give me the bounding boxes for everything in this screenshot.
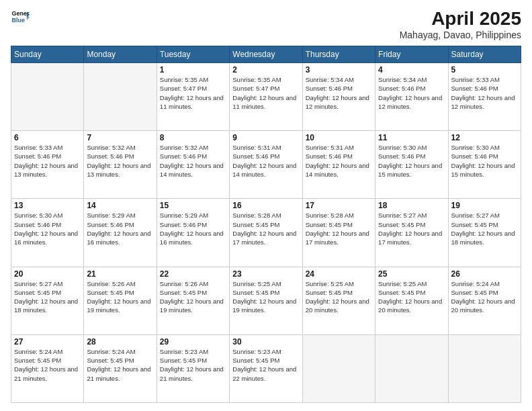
- calendar-cell: 12Sunrise: 5:30 AM Sunset: 5:46 PM Dayli…: [448, 131, 521, 199]
- day-number: 25: [378, 269, 445, 279]
- day-number: 16: [232, 201, 299, 210]
- calendar-cell: 7Sunrise: 5:32 AM Sunset: 5:46 PM Daylig…: [84, 131, 157, 199]
- calendar-cell: [302, 334, 375, 402]
- day-number: 12: [451, 133, 518, 142]
- day-info: Sunrise: 5:29 AM Sunset: 5:46 PM Dayligh…: [160, 211, 226, 246]
- calendar-cell: 25Sunrise: 5:25 AM Sunset: 5:45 PM Dayli…: [375, 267, 448, 334]
- day-info: Sunrise: 5:27 AM Sunset: 5:45 PM Dayligh…: [451, 211, 518, 246]
- weekday-header-row: SundayMondayTuesdayWednesdayThursdayFrid…: [11, 46, 521, 63]
- calendar-week-1: 1Sunrise: 5:35 AM Sunset: 5:47 PM Daylig…: [11, 63, 521, 131]
- day-number: 20: [14, 269, 81, 279]
- day-number: 11: [378, 133, 445, 142]
- day-info: Sunrise: 5:24 AM Sunset: 5:45 PM Dayligh…: [87, 347, 153, 383]
- day-info: Sunrise: 5:26 AM Sunset: 5:45 PM Dayligh…: [87, 279, 153, 315]
- day-info: Sunrise: 5:31 AM Sunset: 5:46 PM Dayligh…: [232, 143, 299, 179]
- calendar-cell: 30Sunrise: 5:23 AM Sunset: 5:45 PM Dayli…: [230, 334, 302, 402]
- day-info: Sunrise: 5:28 AM Sunset: 5:45 PM Dayligh…: [306, 211, 372, 246]
- calendar-week-4: 20Sunrise: 5:27 AM Sunset: 5:45 PM Dayli…: [11, 267, 521, 334]
- day-info: Sunrise: 5:31 AM Sunset: 5:46 PM Dayligh…: [306, 143, 372, 179]
- calendar-week-5: 27Sunrise: 5:24 AM Sunset: 5:45 PM Dayli…: [11, 334, 521, 402]
- calendar-cell: [375, 334, 448, 402]
- calendar-table: SundayMondayTuesdayWednesdayThursdayFrid…: [11, 46, 521, 403]
- day-number: 13: [14, 201, 81, 210]
- calendar-title: April 2025: [400, 8, 521, 30]
- day-number: 17: [306, 201, 372, 210]
- calendar-cell: 14Sunrise: 5:29 AM Sunset: 5:46 PM Dayli…: [84, 199, 157, 267]
- day-info: Sunrise: 5:25 AM Sunset: 5:45 PM Dayligh…: [232, 279, 299, 315]
- calendar-cell: 27Sunrise: 5:24 AM Sunset: 5:45 PM Dayli…: [11, 334, 84, 402]
- weekday-friday: Friday: [375, 46, 448, 63]
- calendar-cell: 5Sunrise: 5:33 AM Sunset: 5:46 PM Daylig…: [448, 63, 521, 131]
- day-info: Sunrise: 5:23 AM Sunset: 5:45 PM Dayligh…: [232, 347, 299, 383]
- day-number: 10: [306, 133, 372, 142]
- day-number: 14: [87, 201, 153, 210]
- calendar-cell: 21Sunrise: 5:26 AM Sunset: 5:45 PM Dayli…: [84, 267, 157, 334]
- day-info: Sunrise: 5:34 AM Sunset: 5:46 PM Dayligh…: [378, 75, 445, 111]
- calendar-cell: 19Sunrise: 5:27 AM Sunset: 5:45 PM Dayli…: [448, 199, 521, 267]
- calendar-cell: 26Sunrise: 5:24 AM Sunset: 5:45 PM Dayli…: [448, 267, 521, 334]
- weekday-sunday: Sunday: [11, 46, 84, 63]
- day-number: 21: [87, 269, 153, 279]
- calendar-cell: 17Sunrise: 5:28 AM Sunset: 5:45 PM Dayli…: [302, 199, 375, 267]
- calendar-cell: [84, 63, 157, 131]
- calendar-subtitle: Mahayag, Davao, Philippines: [400, 30, 521, 40]
- day-number: 7: [87, 133, 153, 142]
- day-info: Sunrise: 5:24 AM Sunset: 5:45 PM Dayligh…: [14, 347, 81, 383]
- calendar-header: SundayMondayTuesdayWednesdayThursdayFrid…: [11, 46, 521, 63]
- day-number: 4: [378, 65, 445, 75]
- day-info: Sunrise: 5:25 AM Sunset: 5:45 PM Dayligh…: [306, 279, 372, 315]
- day-number: 5: [451, 65, 518, 75]
- weekday-wednesday: Wednesday: [230, 46, 302, 63]
- calendar-week-3: 13Sunrise: 5:30 AM Sunset: 5:46 PM Dayli…: [11, 199, 521, 267]
- weekday-tuesday: Tuesday: [157, 46, 229, 63]
- day-info: Sunrise: 5:25 AM Sunset: 5:45 PM Dayligh…: [378, 279, 445, 315]
- logo-icon: General Blue: [11, 8, 30, 27]
- day-info: Sunrise: 5:30 AM Sunset: 5:46 PM Dayligh…: [378, 143, 445, 179]
- day-info: Sunrise: 5:26 AM Sunset: 5:45 PM Dayligh…: [160, 279, 226, 315]
- weekday-thursday: Thursday: [302, 46, 375, 63]
- day-info: Sunrise: 5:30 AM Sunset: 5:46 PM Dayligh…: [451, 143, 518, 179]
- calendar-cell: 4Sunrise: 5:34 AM Sunset: 5:46 PM Daylig…: [375, 63, 448, 131]
- calendar-cell: 10Sunrise: 5:31 AM Sunset: 5:46 PM Dayli…: [302, 131, 375, 199]
- calendar-cell: 24Sunrise: 5:25 AM Sunset: 5:45 PM Dayli…: [302, 267, 375, 334]
- calendar-cell: 22Sunrise: 5:26 AM Sunset: 5:45 PM Dayli…: [157, 267, 229, 334]
- day-number: 23: [232, 269, 299, 279]
- day-number: 8: [160, 133, 226, 142]
- day-info: Sunrise: 5:32 AM Sunset: 5:46 PM Dayligh…: [160, 143, 226, 179]
- calendar-cell: 20Sunrise: 5:27 AM Sunset: 5:45 PM Dayli…: [11, 267, 84, 334]
- calendar-cell: 29Sunrise: 5:23 AM Sunset: 5:45 PM Dayli…: [157, 334, 229, 402]
- day-number: 24: [306, 269, 372, 279]
- day-number: 29: [160, 337, 226, 347]
- day-info: Sunrise: 5:34 AM Sunset: 5:46 PM Dayligh…: [306, 75, 372, 111]
- day-number: 15: [160, 201, 226, 210]
- day-info: Sunrise: 5:35 AM Sunset: 5:47 PM Dayligh…: [232, 75, 299, 111]
- calendar-cell: 6Sunrise: 5:33 AM Sunset: 5:46 PM Daylig…: [11, 131, 84, 199]
- day-number: 19: [451, 201, 518, 210]
- calendar-cell: 23Sunrise: 5:25 AM Sunset: 5:45 PM Dayli…: [230, 267, 302, 334]
- day-info: Sunrise: 5:23 AM Sunset: 5:45 PM Dayligh…: [160, 347, 226, 383]
- calendar-cell: 1Sunrise: 5:35 AM Sunset: 5:47 PM Daylig…: [157, 63, 229, 131]
- weekday-saturday: Saturday: [448, 46, 521, 63]
- svg-text:Blue: Blue: [11, 17, 25, 24]
- calendar-cell: 28Sunrise: 5:24 AM Sunset: 5:45 PM Dayli…: [84, 334, 157, 402]
- day-number: 9: [232, 133, 299, 142]
- calendar-week-2: 6Sunrise: 5:33 AM Sunset: 5:46 PM Daylig…: [11, 131, 521, 199]
- calendar-cell: [11, 63, 84, 131]
- header: General Blue April 2025 Mahayag, Davao, …: [11, 8, 521, 40]
- calendar-body: 1Sunrise: 5:35 AM Sunset: 5:47 PM Daylig…: [11, 63, 521, 403]
- calendar-cell: 13Sunrise: 5:30 AM Sunset: 5:46 PM Dayli…: [11, 199, 84, 267]
- logo: General Blue: [11, 8, 30, 27]
- day-info: Sunrise: 5:32 AM Sunset: 5:46 PM Dayligh…: [87, 143, 153, 179]
- day-number: 22: [160, 269, 226, 279]
- day-number: 1: [160, 65, 226, 75]
- day-number: 30: [232, 337, 299, 347]
- day-info: Sunrise: 5:35 AM Sunset: 5:47 PM Dayligh…: [160, 75, 226, 111]
- day-number: 26: [451, 269, 518, 279]
- day-number: 2: [232, 65, 299, 75]
- day-info: Sunrise: 5:27 AM Sunset: 5:45 PM Dayligh…: [378, 211, 445, 246]
- calendar-cell: [448, 334, 521, 402]
- calendar-cell: 9Sunrise: 5:31 AM Sunset: 5:46 PM Daylig…: [230, 131, 302, 199]
- calendar-cell: 3Sunrise: 5:34 AM Sunset: 5:46 PM Daylig…: [302, 63, 375, 131]
- day-info: Sunrise: 5:28 AM Sunset: 5:45 PM Dayligh…: [232, 211, 299, 246]
- day-number: 3: [306, 65, 372, 75]
